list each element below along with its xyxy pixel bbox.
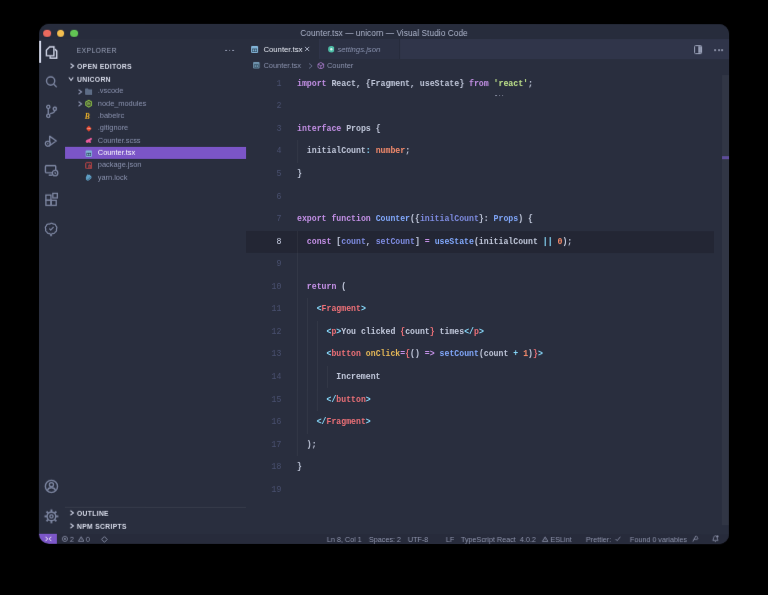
svg-text:B: B — [84, 113, 90, 121]
